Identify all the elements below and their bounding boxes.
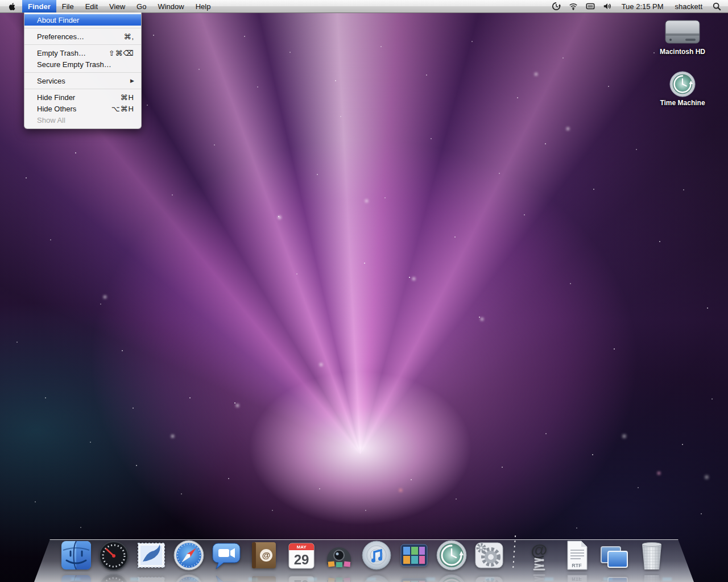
finder-icon[interactable] [60, 539, 93, 572]
menu-file[interactable]: File [56, 0, 80, 13]
menu-item-label: Hide Others [37, 105, 76, 113]
apple-menu[interactable] [0, 0, 22, 13]
at-spring-stack-icon[interactable]: @ [523, 539, 556, 572]
menu-item-label: Show All [37, 116, 65, 124]
menu-separator [24, 89, 141, 89]
dock-reflections [46, 577, 682, 581]
dashboard-icon[interactable] [97, 539, 130, 572]
desktop-icon-label: Macintosh HD [648, 48, 717, 56]
menu-separator [24, 44, 141, 45]
time-machine-icon[interactable] [435, 539, 468, 572]
clock[interactable]: Tue 2:15 PM [616, 0, 669, 13]
svg-text:RTF: RTF [572, 563, 582, 568]
trash-icon[interactable] [635, 539, 668, 572]
desktop-icon-label: Time Machine [648, 99, 717, 107]
time-machine-menu-icon[interactable] [548, 0, 565, 13]
menu-bar: Finder File Edit View Go Window Help Tue… [0, 0, 728, 13]
menu-item-label: Hide Finder [37, 93, 75, 102]
svg-text:@: @ [531, 541, 547, 559]
menu-item-label: Services [37, 77, 65, 85]
desktop-icon-time-machine[interactable]: Time Machine [648, 70, 717, 107]
user-menu[interactable]: shackett [669, 0, 708, 13]
menu-item-shortcut: ⌥⌘H [111, 105, 134, 113]
menu-item-shortcut: ⌘H [121, 93, 134, 102]
hard-drive-icon [648, 17, 717, 47]
svg-text:MAY: MAY [296, 544, 307, 550]
menu-finder[interactable]: Finder [22, 0, 56, 13]
menu-bar-right: Tue 2:15 PM shackett [548, 0, 728, 13]
spaces-icon[interactable] [398, 539, 431, 572]
menu-separator [24, 28, 141, 28]
menu-window[interactable]: Window [152, 0, 189, 13]
overlapping-windows-icon[interactable] [598, 539, 631, 572]
menu-item-label: About Finder [37, 16, 79, 24]
menu-item-label: Preferences… [37, 32, 84, 41]
menu-view[interactable]: View [104, 0, 131, 13]
safari-icon[interactable] [172, 539, 205, 572]
menu-separator [24, 72, 141, 73]
dock-divider [512, 535, 516, 571]
svg-text:29: 29 [294, 552, 309, 567]
menu-item-label: Secure Empty Trash… [37, 60, 111, 69]
display-icon[interactable] [582, 0, 599, 13]
system-preferences-icon[interactable] [473, 539, 506, 572]
photo-booth-icon[interactable] [322, 539, 355, 572]
dock: @ MAY 29 [0, 522, 728, 582]
address-book-icon[interactable]: @ [247, 539, 280, 572]
menu-bar-left: Finder File Edit View Go Window Help [0, 0, 216, 13]
ical-icon[interactable]: MAY 29 [285, 539, 318, 572]
menu-help[interactable]: Help [190, 0, 217, 13]
spotlight-icon[interactable] [708, 0, 728, 13]
menu-item-hide-others[interactable]: Hide Others ⌥⌘H [24, 103, 141, 114]
menu-item-about-finder[interactable]: About Finder [24, 14, 141, 26]
mail-icon[interactable] [135, 539, 168, 572]
menu-item-hide-finder[interactable]: Hide Finder ⌘H [24, 92, 141, 103]
desktop-icon-macintosh-hd[interactable]: Macintosh HD [648, 17, 717, 56]
volume-icon[interactable] [599, 0, 616, 13]
dock-icons: @ MAY 29 [60, 535, 668, 572]
menu-item-show-all: Show All [24, 114, 141, 126]
apple-logo-icon [8, 2, 15, 11]
menu-item-preferences[interactable]: Preferences… ⌘, [24, 31, 141, 42]
time-machine-disk-icon [648, 70, 717, 98]
svg-text:@: @ [262, 550, 271, 560]
rtf-document-icon[interactable]: RTF [560, 539, 593, 572]
menu-item-shortcut: ⌘, [123, 32, 134, 41]
menu-item-services[interactable]: Services ▶ [24, 75, 141, 86]
finder-menu-dropdown: About Finder Preferences… ⌘, Empty Trash… [24, 13, 142, 129]
menu-edit[interactable]: Edit [80, 0, 104, 13]
ichat-icon[interactable] [210, 539, 243, 572]
wifi-icon[interactable] [565, 0, 582, 13]
menu-item-empty-trash[interactable]: Empty Trash… ⇧⌘⌫ [24, 47, 141, 59]
submenu-arrow-icon: ▶ [130, 78, 134, 84]
menu-go[interactable]: Go [131, 0, 152, 13]
menu-item-shortcut: ⇧⌘⌫ [109, 49, 134, 57]
itunes-icon[interactable] [360, 539, 393, 572]
menu-item-secure-empty-trash[interactable]: Secure Empty Trash… [24, 59, 141, 70]
menu-item-label: Empty Trash… [37, 49, 86, 57]
